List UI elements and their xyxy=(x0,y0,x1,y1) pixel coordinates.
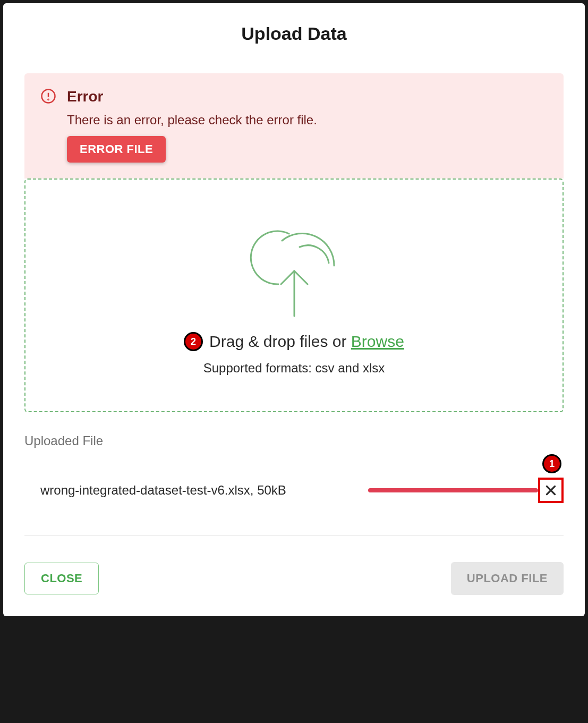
uploaded-file-row: wrong-integrated-dataset-test-v6.xlsx, 5… xyxy=(24,478,564,535)
annotation-marker-1: 1 xyxy=(542,454,561,473)
dropzone-hint: Supported formats: csv and xlsx xyxy=(203,361,385,376)
browse-link[interactable]: Browse xyxy=(351,333,404,350)
upload-file-button[interactable]: UPLOAD FILE xyxy=(451,562,564,595)
modal-title: Upload Data xyxy=(24,23,564,44)
dropzone-text: Drag & drop files or Browse xyxy=(209,333,404,351)
alert-body: Error There is an error, please check th… xyxy=(67,88,317,163)
uploaded-file-name: wrong-integrated-dataset-test-v6.xlsx, 5… xyxy=(40,483,286,498)
error-file-button[interactable]: ERROR FILE xyxy=(67,136,166,163)
uploaded-file-label: Uploaded File xyxy=(24,433,564,448)
dropzone-text-prefix: Drag & drop files or xyxy=(209,333,351,350)
modal-actions: CLOSE UPLOAD FILE xyxy=(24,562,564,595)
error-icon xyxy=(40,88,56,104)
file-dropzone[interactable]: 2 Drag & drop files or Browse Supported … xyxy=(24,178,564,412)
annotation-marker-2: 2 xyxy=(184,332,203,351)
cloud-upload-icon xyxy=(228,215,361,321)
close-button[interactable]: CLOSE xyxy=(24,563,99,594)
alert-message: There is an error, please check the erro… xyxy=(67,113,317,127)
dropzone-instruction-line: 2 Drag & drop files or Browse xyxy=(184,332,404,351)
alert-title: Error xyxy=(67,88,317,105)
error-alert: Error There is an error, please check th… xyxy=(24,73,564,178)
svg-point-2 xyxy=(48,99,48,100)
file-row-right: 1 xyxy=(368,478,564,503)
annotation-highlight-bar xyxy=(368,488,538,492)
remove-file-button[interactable] xyxy=(538,478,564,503)
upload-data-modal: Upload Data Error There is an error, ple… xyxy=(3,3,585,616)
close-icon xyxy=(544,483,558,497)
